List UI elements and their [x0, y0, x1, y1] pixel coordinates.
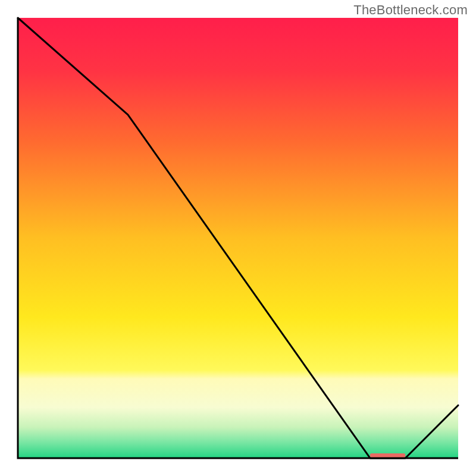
- optimal-range-marker: [370, 453, 405, 458]
- bottleneck-chart: TheBottleneck.com: [0, 0, 476, 476]
- watermark-label: TheBottleneck.com: [353, 2, 468, 18]
- plot-background: [18, 18, 458, 458]
- chart-svg: [0, 0, 476, 476]
